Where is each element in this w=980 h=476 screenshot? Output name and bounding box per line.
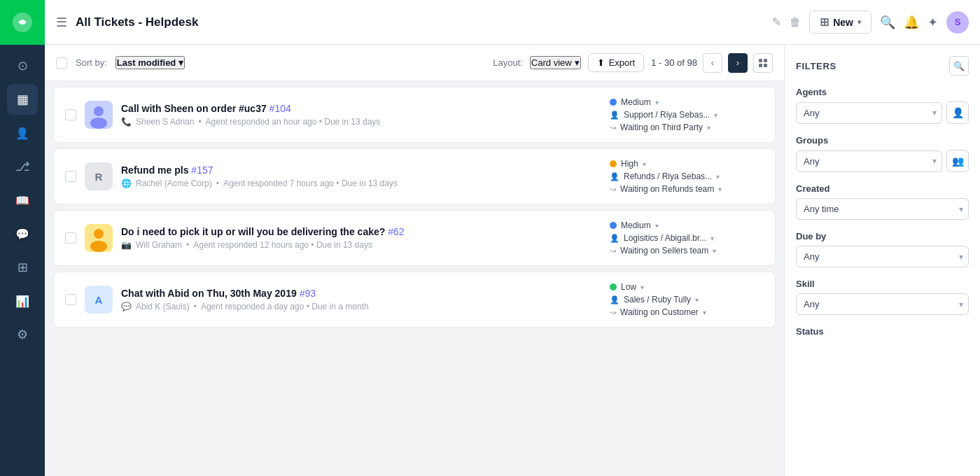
status-tag[interactable]: ↝ Waiting on Sellers team ▾ — [610, 246, 716, 255]
priority-tag[interactable]: Medium ▾ — [610, 97, 659, 107]
sidebar-item-tree[interactable]: ⎇ — [7, 151, 38, 182]
team-tag[interactable]: 👤 Sales / Ruby Tully ▾ — [610, 295, 699, 304]
skill-label: Skill — [796, 279, 969, 289]
skill-select-wrapper: Any ▾ — [796, 293, 969, 315]
person-icon: 👤 — [610, 234, 620, 243]
ticket-tags: Medium ▾ 👤 Logisitics / Abigail.br... ▾ … — [610, 220, 764, 255]
priority-label: Low — [621, 282, 636, 292]
priority-chevron-icon: ▾ — [655, 222, 659, 230]
status-tag[interactable]: ↝ Waiting on Third Party ▾ — [610, 122, 710, 132]
agents-select[interactable]: Any — [796, 102, 942, 124]
svg-rect-5 — [764, 64, 767, 67]
sidebar: ⊙ ▦ 👤 ⎇ 📖 💬 ⊞ 📊 ⚙ — [0, 0, 45, 476]
ticket-tags: Medium ▾ 👤 Support / Riya Sebas... ▾ ↝ W… — [610, 97, 764, 132]
table-row[interactable]: R Refund me pls #157 🌐 Rachel (Acme Corp… — [53, 148, 776, 204]
groups-select-wrapper: Any ▾ — [796, 150, 942, 172]
user-avatar[interactable]: S — [946, 11, 969, 34]
status-chevron-icon: ▾ — [713, 247, 716, 255]
team-tag[interactable]: 👤 Logisitics / Abigail.br... ▾ — [610, 233, 714, 243]
select-all-checkbox[interactable] — [56, 57, 67, 69]
status-label: Waiting on Customer — [620, 307, 699, 317]
status-label: Waiting on Refunds team — [620, 184, 714, 194]
page-title: All Tickets - Helpdesk — [76, 15, 764, 29]
ticket-title: Chat with Abid on Thu, 30th May 2019 #93 — [121, 288, 601, 299]
logo-icon — [11, 11, 34, 34]
status-chevron-icon: ▾ — [707, 124, 710, 132]
team-chevron-icon: ▾ — [695, 296, 699, 304]
filter-header: FILTERS 🔍 — [796, 56, 969, 76]
edit-icon[interactable]: ✎ — [772, 15, 781, 29]
sidebar-item-settings[interactable]: ⚙ — [7, 319, 38, 350]
prev-page-button[interactable]: ‹ — [703, 53, 722, 73]
hamburger-icon[interactable]: ☰ — [56, 15, 67, 30]
ticket-checkbox[interactable] — [65, 232, 76, 244]
ticket-checkbox[interactable] — [65, 109, 76, 120]
sidebar-item-grid[interactable]: ⊞ — [7, 252, 38, 283]
priority-chevron-icon: ▾ — [643, 160, 646, 168]
ticket-activity: Agent responded 12 hours ago • Due in 13… — [193, 240, 372, 250]
groups-select[interactable]: Any — [796, 150, 942, 172]
table-row[interactable]: Call with Sheen on order #uc37 #104 📞 Sh… — [53, 87, 776, 143]
person-icon: 👤 — [610, 111, 620, 120]
agents-icon-button[interactable]: 👤 — [946, 102, 969, 124]
due-by-filter: Due by Any ▾ — [796, 231, 969, 267]
sidebar-item-contacts[interactable]: 👤 — [7, 118, 38, 148]
skill-select[interactable]: Any — [796, 293, 969, 315]
svg-rect-2 — [759, 59, 762, 62]
team-tag[interactable]: 👤 Support / Riya Sebas... ▾ — [610, 110, 718, 120]
team-tag[interactable]: 👤 Refunds / Riya Sebas... ▾ — [610, 172, 720, 181]
grid-icon: ⊞ — [18, 260, 28, 275]
avatar — [85, 224, 113, 252]
status-label: Waiting on Third Party — [620, 122, 703, 132]
ticket-body: Chat with Abid on Thu, 30th May 2019 #93… — [121, 288, 601, 312]
ticket-checkbox[interactable] — [65, 294, 76, 305]
svg-point-8 — [90, 118, 107, 129]
ticket-activity: Agent responded a day ago • Due in a mon… — [201, 302, 369, 312]
priority-label: High — [621, 159, 638, 169]
toolbar-right: Layout: Card view ▾ ⬆ Export 1 - 30 of 9… — [493, 53, 773, 73]
notifications-icon[interactable]: 🔔 — [904, 15, 919, 30]
team-label: Logisitics / Abigail.br... — [624, 233, 706, 243]
groups-icon-button[interactable]: 👥 — [946, 150, 969, 172]
layout-chevron-icon: ▾ — [575, 57, 580, 68]
priority-label: Medium — [621, 220, 651, 230]
created-select-wrapper: Any time ▾ — [796, 198, 969, 220]
new-button[interactable]: ⊞ New ▾ — [809, 10, 872, 34]
export-button[interactable]: ⬆ Export — [588, 53, 645, 72]
meta-separator: • — [216, 178, 219, 188]
sidebar-item-chat[interactable]: 💬 — [7, 218, 38, 249]
table-row[interactable]: A Chat with Abid on Thu, 30th May 2019 #… — [53, 272, 776, 328]
svg-point-1 — [20, 20, 24, 24]
sort-by-button[interactable]: Last modified ▾ — [115, 56, 186, 69]
filter-search-button[interactable]: 🔍 — [949, 56, 969, 76]
delete-icon[interactable]: 🗑 — [790, 16, 801, 29]
status-icon: ↝ — [610, 246, 616, 255]
layout-button[interactable]: Card view ▾ — [530, 56, 581, 69]
sidebar-logo[interactable] — [0, 0, 45, 45]
due-by-select[interactable]: Any — [796, 246, 969, 267]
sidebar-item-tickets[interactable]: ▦ — [7, 84, 38, 115]
priority-tag[interactable]: Low ▾ — [610, 282, 644, 292]
priority-tag[interactable]: High ▾ — [610, 159, 646, 169]
priority-tag[interactable]: Medium ▾ — [610, 220, 659, 230]
team-label: Sales / Ruby Tully — [624, 295, 691, 304]
team-label: Refunds / Riya Sebas... — [624, 172, 712, 181]
sidebar-item-home[interactable]: ⊙ — [7, 50, 38, 81]
created-select[interactable]: Any time — [796, 198, 969, 220]
magic-icon[interactable]: ✦ — [927, 15, 938, 30]
sidebar-item-reports[interactable]: 📊 — [7, 286, 38, 316]
sidebar-navigation: ⊙ ▦ 👤 ⎇ 📖 💬 ⊞ 📊 ⚙ — [0, 45, 45, 353]
next-page-button[interactable]: › — [728, 53, 748, 73]
created-label: Created — [796, 183, 969, 194]
chat-icon: 💬 — [15, 227, 29, 241]
sidebar-item-book[interactable]: 📖 — [7, 185, 38, 216]
book-icon: 📖 — [15, 194, 29, 207]
table-row[interactable]: Do i need to pick it up or will you be d… — [53, 210, 776, 266]
status-tag[interactable]: ↝ Waiting on Customer ▾ — [610, 307, 706, 317]
search-icon[interactable]: 🔍 — [880, 15, 895, 30]
groups-select-row: Any ▾ 👥 — [796, 150, 969, 172]
status-tag[interactable]: ↝ Waiting on Refunds team ▾ — [610, 184, 722, 194]
ticket-checkbox[interactable] — [65, 171, 76, 182]
agents-select-wrapper: Any ▾ — [796, 102, 942, 124]
grid-view-icon[interactable] — [753, 53, 773, 73]
